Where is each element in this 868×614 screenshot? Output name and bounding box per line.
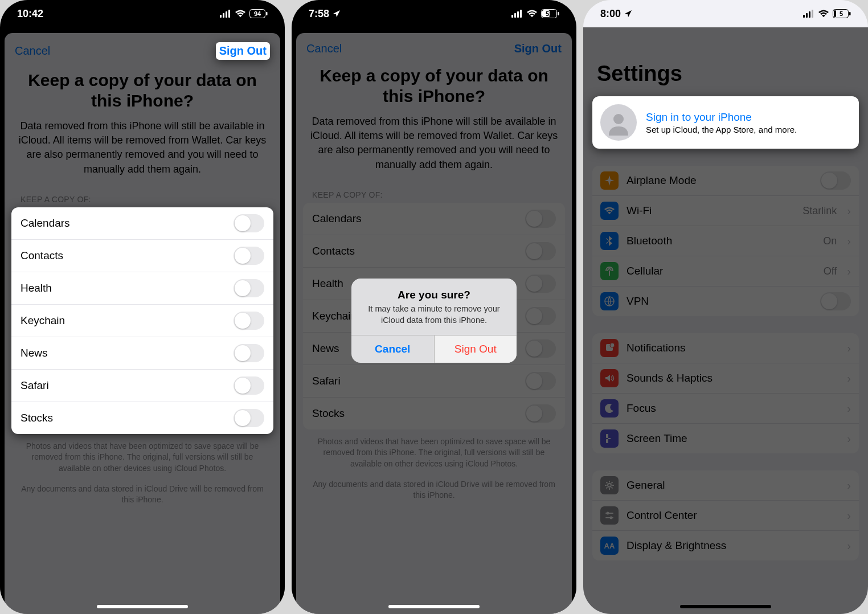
row-label: General (627, 479, 837, 492)
section-header: KEEP A COPY OF: (5, 188, 280, 207)
item-label: Stocks (21, 412, 53, 424)
settings-row-cellular[interactable]: CellularOff› (592, 256, 859, 286)
phone-panel-2: 7:58 51 Cancel Sign Out Keep a copy of y… (292, 0, 576, 614)
svg-rect-3 (228, 10, 230, 18)
list-item: Keychain (11, 305, 273, 337)
location-icon (333, 10, 341, 18)
svg-rect-7 (511, 15, 513, 18)
toggle-switch[interactable] (820, 171, 851, 190)
wifi-icon (526, 10, 538, 18)
status-bar: 8:00 5 (583, 0, 868, 27)
status-time: 8:00 (600, 8, 621, 20)
alert-signout-button[interactable]: Sign Out (435, 335, 517, 363)
settings-row-control-center[interactable]: Control Center› (592, 501, 859, 531)
keep-copy-list: CalendarsContactsHealthKeychainNewsSafar… (11, 207, 273, 434)
chevron-right-icon: › (847, 342, 851, 355)
airplane-icon (600, 171, 619, 190)
battery-icon: 5 (833, 9, 851, 18)
toggle-switch[interactable] (234, 214, 264, 232)
row-label: VPN (627, 295, 812, 308)
item-label: Health (21, 282, 52, 294)
item-label: Calendars (21, 217, 70, 230)
chevron-right-icon: › (847, 204, 851, 218)
status-bar: 7:58 51 (292, 0, 576, 27)
row-label: Control Center (627, 509, 837, 522)
home-indicator[interactable] (680, 605, 771, 608)
avatar-placeholder-icon (600, 104, 637, 141)
row-value: Off (824, 265, 837, 277)
chevron-right-icon: › (847, 432, 851, 445)
chevron-right-icon: › (847, 265, 851, 278)
settings-row-vpn[interactable]: VPN (592, 286, 859, 316)
wifi-icon (600, 202, 619, 220)
vpn-icon (600, 292, 619, 310)
toggle-switch[interactable] (234, 312, 264, 330)
svg-rect-2 (226, 11, 227, 18)
cellular-icon (600, 262, 619, 280)
settings-row-airplane-mode[interactable]: Airplane Mode (592, 166, 859, 196)
settings-group-alerts: Notifications›Sounds & Haptics›Focus›Scr… (592, 333, 859, 453)
screentime-icon (600, 429, 619, 448)
svg-rect-15 (803, 15, 805, 18)
svg-point-27 (610, 343, 615, 347)
settings-row-focus[interactable]: Focus› (592, 394, 859, 424)
phone-panel-3: 8:00 5 Settings Sign in to your iPhone S… (583, 0, 868, 614)
row-value: On (823, 235, 837, 247)
toggle-switch[interactable] (234, 344, 264, 362)
alert-cancel-button[interactable]: Cancel (351, 335, 435, 363)
home-indicator[interactable] (388, 605, 480, 608)
svg-rect-12 (558, 12, 559, 15)
toggle-switch[interactable] (234, 409, 264, 427)
signin-row[interactable]: Sign in to your iPhone Set up iCloud, th… (592, 96, 859, 149)
footnote-photos: Photos and videos that have been optimiz… (5, 434, 280, 477)
svg-text:5: 5 (840, 10, 843, 17)
alert-message: It may take a minute to remove your iClo… (351, 304, 517, 335)
status-bar: 10:42 94 (0, 0, 285, 27)
row-label: Sounds & Haptics (627, 372, 837, 384)
settings-row-bluetooth[interactable]: BluetoothOn› (592, 226, 859, 256)
settings-row-screen-time[interactable]: Screen Time› (592, 424, 859, 453)
svg-rect-28 (606, 434, 608, 438)
controlcenter-icon (600, 506, 619, 525)
svg-text:51: 51 (546, 10, 552, 17)
toggle-switch[interactable] (234, 247, 264, 265)
settings-row-general[interactable]: General› (592, 470, 859, 501)
chevron-right-icon: › (847, 539, 851, 552)
svg-rect-24 (609, 271, 610, 276)
svg-rect-20 (849, 12, 851, 15)
sounds-icon (600, 369, 619, 387)
phone-panel-1: 10:42 94 Cancel Sign Out Keep a copy of … (0, 0, 285, 614)
signin-row-group: Sign in to your iPhone Set up iCloud, th… (592, 96, 859, 149)
wifi-icon (818, 10, 829, 18)
list-item: News (11, 337, 273, 370)
settings-row-wi-fi[interactable]: Wi-FiStarlink› (592, 196, 859, 226)
list-item: Stocks (11, 402, 273, 434)
sign-out-button[interactable]: Sign Out (216, 42, 270, 60)
svg-point-34 (607, 512, 609, 515)
settings-row-display-brightness[interactable]: AADisplay & Brightness› (592, 531, 859, 560)
confirm-signout-alert: Are you sure? It may take a minute to re… (351, 279, 517, 363)
chevron-right-icon: › (847, 372, 851, 385)
battery-icon: 51 (541, 9, 559, 18)
list-item: Safari (11, 370, 273, 402)
item-label: Keychain (21, 314, 65, 327)
svg-rect-10 (520, 10, 522, 18)
toggle-switch[interactable] (234, 279, 264, 297)
svg-point-35 (610, 517, 613, 519)
toggle-switch[interactable] (820, 292, 851, 310)
cancel-button[interactable]: Cancel (15, 44, 50, 58)
sheet-title: Keep a copy of your data on this iPhone? (5, 64, 280, 119)
settings-row-notifications[interactable]: Notifications› (592, 333, 859, 363)
general-icon (600, 476, 619, 494)
row-label: Notifications (627, 342, 837, 354)
settings-row-sounds-haptics[interactable]: Sounds & Haptics› (592, 363, 859, 394)
svg-point-23 (613, 114, 624, 124)
svg-rect-18 (812, 10, 813, 18)
notifications-icon (600, 339, 619, 357)
toggle-switch[interactable] (234, 376, 264, 395)
home-indicator[interactable] (97, 605, 188, 608)
row-label: Screen Time (627, 432, 837, 445)
location-icon (624, 10, 632, 18)
bluetooth-icon (600, 232, 619, 250)
chevron-right-icon: › (847, 235, 851, 248)
